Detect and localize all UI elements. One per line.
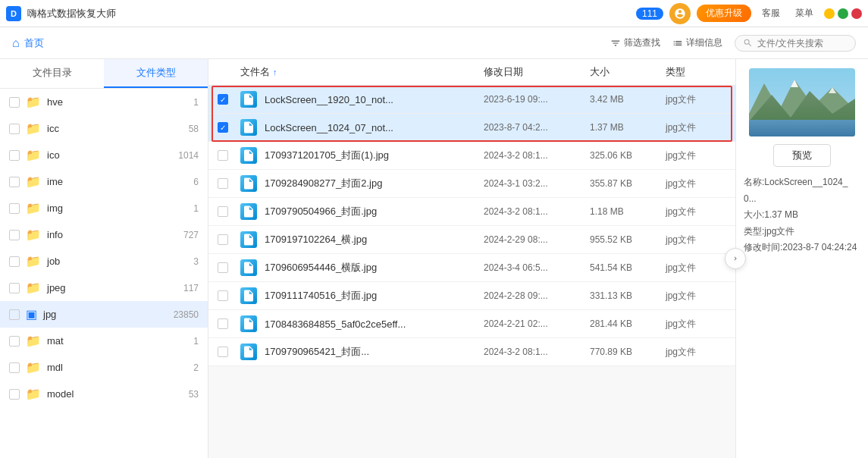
file-checkbox[interactable] bbox=[218, 206, 240, 217]
table-row[interactable]: ✓ LockScreen__1920_10⁠⁠_not... 2023-6-19… bbox=[208, 86, 735, 114]
folder-count: 1014 bbox=[178, 150, 199, 161]
table-row[interactable]: 1709790504966_封面.jpg 2024-3-2 08:1... 1.… bbox=[208, 198, 735, 226]
file-checkbox[interactable] bbox=[218, 234, 240, 245]
file-checkbox[interactable] bbox=[218, 178, 240, 189]
table-row[interactable]: 1709197102264_横.jpg 2024-2-29 08:... 955… bbox=[208, 226, 735, 254]
file-size: 1.37 MB bbox=[590, 122, 666, 133]
preview-button[interactable]: 预览 bbox=[773, 144, 831, 167]
folder-item[interactable]: 📁 info 727 bbox=[0, 221, 208, 248]
menu-button[interactable]: 菜单 bbox=[791, 5, 818, 21]
home-button[interactable]: ⌂ 首页 bbox=[12, 36, 44, 50]
folder-checkbox[interactable] bbox=[9, 230, 20, 240]
folder-item[interactable]: ▣ jpg 23850 bbox=[0, 301, 208, 328]
folder-checkbox[interactable] bbox=[9, 389, 20, 400]
search-box bbox=[735, 35, 856, 52]
filter-button[interactable]: 筛选查找 bbox=[610, 36, 660, 49]
file-size: 355.87 KB bbox=[590, 178, 666, 189]
minimize-button[interactable] bbox=[824, 8, 835, 19]
toolbar: ⌂ 首页 筛选查找 详细信息 bbox=[0, 27, 868, 59]
file-checkbox[interactable] bbox=[218, 150, 240, 161]
folder-icon: 📁 bbox=[26, 334, 41, 348]
folder-checkbox[interactable] bbox=[9, 177, 20, 187]
file-name: 1709606954446_横版.jpg bbox=[265, 261, 484, 274]
search-input[interactable] bbox=[757, 38, 841, 49]
file-info-name: 名称:LockScreen__1024_0... bbox=[744, 174, 860, 207]
folder-checkbox[interactable] bbox=[9, 256, 20, 267]
sort-icon: ↑ bbox=[273, 67, 277, 77]
checkbox[interactable] bbox=[218, 318, 228, 329]
file-checkbox[interactable] bbox=[218, 347, 240, 357]
folder-item[interactable]: 📁 ico 1014 bbox=[0, 142, 208, 168]
file-size: 1.18 MB bbox=[590, 206, 666, 217]
folder-icon: 📁 bbox=[26, 95, 41, 109]
folder-item[interactable]: 📁 mdl 2 bbox=[0, 354, 208, 381]
folder-count: 1 bbox=[193, 97, 199, 108]
file-type: jpg文件 bbox=[666, 149, 726, 162]
folder-item[interactable]: 📁 img 1 bbox=[0, 195, 208, 221]
folder-checkbox[interactable] bbox=[9, 309, 20, 320]
file-date: 2024-2-28 09:... bbox=[484, 290, 590, 301]
upgrade-button[interactable]: 优惠升级 bbox=[697, 5, 751, 22]
file-icon-col bbox=[240, 259, 260, 276]
file-icon-col bbox=[240, 203, 260, 220]
folder-checkbox[interactable] bbox=[9, 150, 20, 161]
file-icon-col bbox=[240, 91, 260, 108]
file-name: 1709197102264_横.jpg bbox=[265, 233, 484, 246]
folder-checkbox[interactable] bbox=[9, 124, 20, 134]
checkbox[interactable] bbox=[218, 234, 228, 245]
checkbox[interactable]: ✓ bbox=[218, 122, 228, 133]
file-date: 2024-2-21 02:... bbox=[484, 318, 590, 329]
file-checkbox[interactable] bbox=[218, 290, 240, 301]
file-checkbox[interactable] bbox=[218, 262, 240, 273]
folder-item[interactable]: 📁 jpeg 117 bbox=[0, 274, 208, 301]
folder-item[interactable]: 📁 ime 6 bbox=[0, 168, 208, 195]
file-checkbox[interactable] bbox=[218, 318, 240, 329]
filter-icon bbox=[610, 38, 621, 49]
folder-name: jpeg bbox=[47, 282, 177, 293]
folder-checkbox[interactable] bbox=[9, 283, 20, 293]
detail-button[interactable]: 详细信息 bbox=[672, 36, 722, 49]
table-row[interactable]: ✓ LockScreen__1024_07⁠⁠_not... 2023-8-7 … bbox=[208, 114, 735, 142]
checkbox[interactable] bbox=[218, 347, 228, 357]
file-date: 2024-2-29 08:... bbox=[484, 234, 590, 245]
checkbox[interactable]: ✓ bbox=[218, 94, 228, 105]
service-button[interactable]: 客服 bbox=[757, 5, 785, 21]
table-row[interactable]: 1709371201705_封面(1).jpg 2024-3-2 08:1...… bbox=[208, 142, 735, 170]
header-type[interactable]: 类型 bbox=[666, 65, 726, 79]
file-icon-col bbox=[240, 175, 260, 192]
checkbox[interactable] bbox=[218, 150, 228, 161]
folder-checkbox[interactable] bbox=[9, 336, 20, 347]
right-panel: 预览 名称:LockScreen__1024_0... 大小:1.37 MB 类… bbox=[735, 59, 868, 458]
table-row[interactable]: 1708483684855_5af0c2ce5eff... 2024-2-21 … bbox=[208, 310, 735, 338]
checkbox[interactable] bbox=[218, 206, 228, 217]
maximize-button[interactable] bbox=[838, 8, 848, 19]
file-name: 1709284908277_封面2.jpg bbox=[265, 177, 484, 190]
checkbox[interactable] bbox=[218, 290, 228, 301]
folder-item[interactable]: 📁 mat 1 bbox=[0, 328, 208, 354]
table-row[interactable]: 1709111740516_封面.jpg 2024-2-28 09:... 33… bbox=[208, 282, 735, 310]
folder-item[interactable]: 📁 icc 58 bbox=[0, 115, 208, 142]
close-button[interactable] bbox=[851, 8, 862, 19]
file-checkbox[interactable]: ✓ bbox=[218, 122, 240, 133]
checkbox[interactable] bbox=[218, 262, 228, 273]
header-name[interactable]: 文件名 ↑ bbox=[240, 65, 484, 79]
table-row[interactable]: 1709606954446_横版.jpg 2024-3-4 06:5... 54… bbox=[208, 254, 735, 282]
header-date[interactable]: 修改日期 bbox=[484, 65, 590, 79]
folder-item[interactable]: 📁 model 53 bbox=[0, 381, 208, 407]
folder-checkbox[interactable] bbox=[9, 362, 20, 373]
tab-directory[interactable]: 文件目录 bbox=[0, 59, 104, 88]
table-row[interactable]: 1709284908277_封面2.jpg 2024-3-1 03:2... 3… bbox=[208, 170, 735, 198]
file-checkbox[interactable]: ✓ bbox=[218, 94, 240, 105]
folder-checkbox[interactable] bbox=[9, 203, 20, 214]
folder-item[interactable]: 📁 job 3 bbox=[0, 248, 208, 274]
folder-checkbox[interactable] bbox=[9, 97, 20, 108]
folder-count: 117 bbox=[183, 283, 199, 293]
table-row[interactable]: 1709790965421_封面... 2024-3-2 08:1... 770… bbox=[208, 338, 735, 366]
tab-filetype[interactable]: 文件类型 bbox=[104, 59, 208, 88]
folder-icon: 📁 bbox=[26, 360, 41, 375]
checkbox[interactable] bbox=[218, 178, 228, 189]
folder-item[interactable]: 📁 hve 1 bbox=[0, 89, 208, 115]
scroll-arrow[interactable] bbox=[725, 248, 746, 269]
header-size[interactable]: 大小 bbox=[590, 65, 666, 79]
file-size: 955.52 KB bbox=[590, 234, 666, 245]
